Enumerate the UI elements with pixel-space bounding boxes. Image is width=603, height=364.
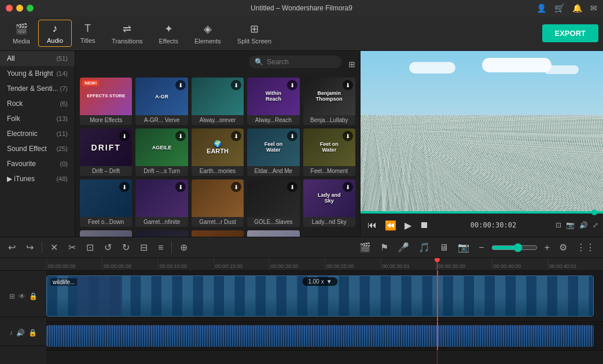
fullscreen-icon[interactable]: ⤢ <box>593 221 598 229</box>
minimize-button[interactable] <box>16 5 23 12</box>
crop-button[interactable]: ⊡ <box>84 241 96 254</box>
timeline-audio-icon[interactable]: 🎵 <box>416 241 432 254</box>
thumb-text: Feel on Water <box>260 141 286 154</box>
toolbar-splitscreen[interactable]: ⊞ Split Screen <box>229 20 280 47</box>
list-item[interactable]: ⬇ Lady and Sky Lady...nd Sky <box>303 179 355 227</box>
thumb-label: Earth...mories <box>192 166 244 176</box>
search-bar[interactable]: 🔍 <box>249 56 341 68</box>
list-item[interactable]: ⬇ AGEILE Drift –...s Turn <box>135 128 187 176</box>
list-item[interactable]: ⬇ Within Reach Alway...Reach <box>247 78 299 125</box>
sidebar-item-favourite[interactable]: Favourite (0) <box>0 156 75 171</box>
grid-view-icon[interactable]: ⊞ <box>348 60 355 69</box>
undo-button[interactable]: ↩ <box>6 241 18 254</box>
sidebar-item-young[interactable]: Young & Bright (14) <box>0 66 75 81</box>
sidebar-folk-count: (13) <box>56 115 68 122</box>
skip-back-button[interactable]: ⏮ <box>365 219 379 231</box>
list-item[interactable]: ⬇ Garret...nfinite <box>135 179 187 227</box>
stop-button[interactable]: ⏹ <box>417 219 431 231</box>
titlebar-icons: 👤 🛒 🔔 ✉ <box>536 3 597 13</box>
close-button[interactable] <box>6 5 13 12</box>
cart-icon[interactable]: 🛒 <box>554 3 564 13</box>
progress-handle[interactable] <box>591 209 597 215</box>
timeline-snapshot-icon[interactable]: 📷 <box>455 241 472 254</box>
sidebar-item-tender[interactable]: Tender & Senti... (7) <box>0 81 75 96</box>
zoom-slider[interactable] <box>491 243 538 252</box>
timeline-more-icon[interactable]: ⋮⋮ <box>574 241 597 254</box>
play-button[interactable]: ▶ <box>402 219 414 232</box>
sidebar-electronic-label: Electronic <box>7 130 38 138</box>
ruler-mark: 00:00:30:01 <box>380 258 436 270</box>
list-item[interactable]: ⬇ A-GR A-GR... Verve <box>135 78 187 125</box>
toolbar-audio[interactable]: ♪ Audio <box>38 20 72 47</box>
transform-button[interactable]: ⊟ <box>138 241 150 254</box>
timeline-settings-icon[interactable]: ⚙ <box>557 241 569 254</box>
pip-icon[interactable]: ⊡ <box>556 221 561 229</box>
list-item[interactable]: NEW! EFFECTS STORE More Effects <box>80 78 132 125</box>
new-badge: NEW! <box>82 80 99 86</box>
toolbar-media[interactable]: 🎬 Media <box>5 20 38 47</box>
sidebar-item-electronic[interactable]: Electronic (11) <box>0 126 75 141</box>
toolbar-effects[interactable]: ✦ Effects <box>151 20 186 47</box>
delete-button[interactable]: ✕ <box>48 241 60 254</box>
user-icon[interactable]: 👤 <box>536 3 546 13</box>
list-item[interactable]: ⬇ 🌍EARTH Earth...mories <box>192 128 244 176</box>
toolbar-separator-2 <box>171 242 172 253</box>
list-item[interactable]: ⬇ Feet on Water Feet...Moment <box>303 128 355 176</box>
zoom-in-icon[interactable]: + <box>542 241 552 254</box>
sidebar-item-all[interactable]: All (51) <box>0 51 75 66</box>
add-media-button[interactable]: ⊕ <box>178 241 190 254</box>
maximize-button[interactable] <box>27 5 34 12</box>
sidebar-item-itunes[interactable]: ▶ iTunes (48) <box>0 171 75 186</box>
bell-icon[interactable]: 🔔 <box>572 3 582 13</box>
zoom-out-icon[interactable]: − <box>476 241 486 254</box>
list-item[interactable]: ⬇ Alway...orever <box>192 78 244 125</box>
waveform <box>47 326 593 346</box>
sidebar-all-count: (51) <box>56 55 68 62</box>
list-item[interactable]: ADVENTURE Adventure <box>192 230 244 237</box>
timeline-mic-icon[interactable]: 🎤 <box>395 241 411 254</box>
list-item[interactable]: ⬇ Garret...r Dust <box>192 179 244 227</box>
audio-clip[interactable] <box>46 325 594 347</box>
sidebar-item-folk[interactable]: Folk (13) <box>0 111 75 126</box>
toolbar-titles[interactable]: T Titles <box>72 20 104 46</box>
sidebar-item-sfx[interactable]: Sound Effect (25) <box>0 141 75 156</box>
list-item[interactable]: LIGHT YEARS Light Years <box>80 230 132 237</box>
toolbar-elements[interactable]: ◈ Elements <box>186 20 229 47</box>
export-button[interactable]: EXPORT <box>542 24 598 42</box>
list-item[interactable]: ⬇ Feel on Water Eldar...And Me <box>247 128 299 176</box>
progress-bar[interactable] <box>361 211 603 214</box>
timeline-flag-icon[interactable]: ⚑ <box>378 241 391 254</box>
timeline-video-icon[interactable]: 🎬 <box>357 241 373 254</box>
step-back-button[interactable]: ⏪ <box>383 219 399 232</box>
cut-button[interactable]: ✂ <box>66 241 78 254</box>
snapshot-icon[interactable]: 📷 <box>566 221 575 229</box>
download-icon: ⬇ <box>287 182 297 192</box>
search-input[interactable] <box>267 58 325 66</box>
timeline-screen-icon[interactable]: 🖥 <box>437 241 451 254</box>
rotate-left-button[interactable]: ↺ <box>102 241 114 254</box>
list-item[interactable]: Little Naps Little Naps <box>247 230 299 237</box>
list-item[interactable]: ⬇ Benjamin Thompson Benja...Lullaby <box>303 78 355 125</box>
sidebar-item-rock[interactable]: Rock (6) <box>0 96 75 111</box>
music-icon[interactable]: ♪ <box>9 329 13 337</box>
redo-button[interactable]: ↪ <box>24 241 36 254</box>
audio-lock-icon[interactable]: 🔒 <box>28 329 37 337</box>
sidebar-folk-label: Folk <box>7 115 20 123</box>
list-item[interactable]: ⬇ DRIFT Drift – Drift <box>80 128 132 176</box>
volume-icon[interactable]: 🔊 <box>579 221 588 229</box>
list-item[interactable]: GAME OF TH... Game of... <box>135 230 187 237</box>
grid-view-icon-track[interactable]: ⊞ <box>9 292 15 300</box>
list-item[interactable]: ⬇ Feet o...Down <box>80 179 132 227</box>
eye-icon[interactable]: 👁 <box>19 292 25 300</box>
toolbar-transitions[interactable]: ⇌ Transitions <box>104 20 150 47</box>
rotate-right-button[interactable]: ↻ <box>120 241 132 254</box>
video-clip[interactable]: wildlife... 1.00 x ▼ <box>46 275 594 317</box>
effects-icon: ✦ <box>164 23 173 35</box>
audio-volume-icon[interactable]: 🔊 <box>16 329 25 337</box>
download-icon: ⬇ <box>231 182 241 192</box>
audio-adjust-button[interactable]: ≡ <box>156 241 166 254</box>
list-item[interactable]: ⬇ GOLE...Slaves <box>247 179 299 227</box>
message-icon[interactable]: ✉ <box>590 3 597 13</box>
lock-icon[interactable]: 🔒 <box>29 292 38 300</box>
speed-dropdown-icon[interactable]: ▼ <box>326 278 332 285</box>
